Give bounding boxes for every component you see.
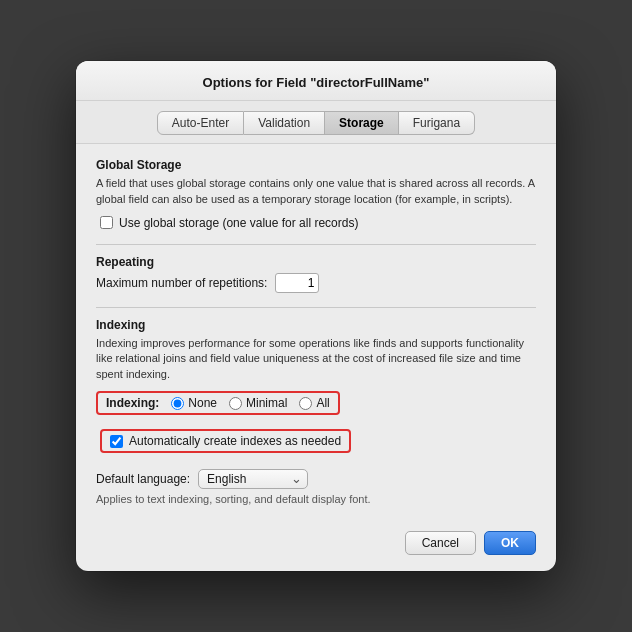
tab-furigana[interactable]: Furigana bbox=[399, 111, 475, 135]
auto-index-row: Automatically create indexes as needed bbox=[100, 429, 351, 453]
auto-index-checkbox[interactable] bbox=[110, 435, 123, 448]
global-storage-title: Global Storage bbox=[96, 158, 536, 172]
language-row: Default language: English bbox=[96, 469, 536, 489]
tab-validation[interactable]: Validation bbox=[244, 111, 325, 135]
radio-all-label: All bbox=[316, 396, 329, 410]
global-storage-desc: A field that uses global storage contain… bbox=[96, 176, 536, 208]
title-bar: Options for Field "directorFullName" bbox=[76, 61, 556, 101]
global-storage-label: Use global storage (one value for all re… bbox=[119, 216, 358, 230]
auto-index-label: Automatically create indexes as needed bbox=[129, 434, 341, 448]
global-storage-checkbox-row: Use global storage (one value for all re… bbox=[100, 216, 536, 230]
cancel-button[interactable]: Cancel bbox=[405, 531, 476, 555]
repeating-title: Repeating bbox=[96, 255, 536, 269]
tab-content: Global Storage A field that uses global … bbox=[76, 144, 556, 506]
radio-all: All bbox=[299, 396, 329, 410]
radio-none-input[interactable] bbox=[171, 397, 184, 410]
radio-minimal-label: Minimal bbox=[246, 396, 287, 410]
radio-minimal: Minimal bbox=[229, 396, 287, 410]
repeating-section: Repeating Maximum number of repetitions:… bbox=[96, 255, 536, 293]
radio-all-input[interactable] bbox=[299, 397, 312, 410]
repetitions-row: Maximum number of repetitions: 1 bbox=[96, 273, 536, 293]
radio-none: None bbox=[171, 396, 217, 410]
repetitions-label: Maximum number of repetitions: bbox=[96, 276, 267, 290]
divider-2 bbox=[96, 307, 536, 308]
divider-1 bbox=[96, 244, 536, 245]
radio-none-label: None bbox=[188, 396, 217, 410]
global-storage-section: Global Storage A field that uses global … bbox=[96, 158, 536, 230]
global-storage-checkbox[interactable] bbox=[100, 216, 113, 229]
language-select-wrapper: English bbox=[198, 469, 308, 489]
indexing-section: Indexing Indexing improves performance f… bbox=[96, 318, 536, 506]
language-select[interactable]: English bbox=[198, 469, 308, 489]
dialog-title: Options for Field "directorFullName" bbox=[92, 75, 540, 90]
ok-button[interactable]: OK bbox=[484, 531, 536, 555]
language-hint: Applies to text indexing, sorting, and d… bbox=[96, 493, 536, 505]
options-dialog: Options for Field "directorFullName" Aut… bbox=[76, 61, 556, 572]
button-row: Cancel OK bbox=[76, 519, 556, 555]
tab-auto-enter[interactable]: Auto-Enter bbox=[157, 111, 244, 135]
indexing-label: Indexing: bbox=[106, 396, 159, 410]
indexing-desc: Indexing improves performance for some o… bbox=[96, 336, 536, 384]
tab-storage[interactable]: Storage bbox=[325, 111, 399, 135]
tab-bar: Auto-Enter Validation Storage Furigana bbox=[76, 101, 556, 144]
indexing-options-row: Indexing: None Minimal All bbox=[96, 391, 340, 415]
language-label: Default language: bbox=[96, 472, 190, 486]
radio-minimal-input[interactable] bbox=[229, 397, 242, 410]
indexing-title: Indexing bbox=[96, 318, 536, 332]
repetitions-input[interactable]: 1 bbox=[275, 273, 319, 293]
